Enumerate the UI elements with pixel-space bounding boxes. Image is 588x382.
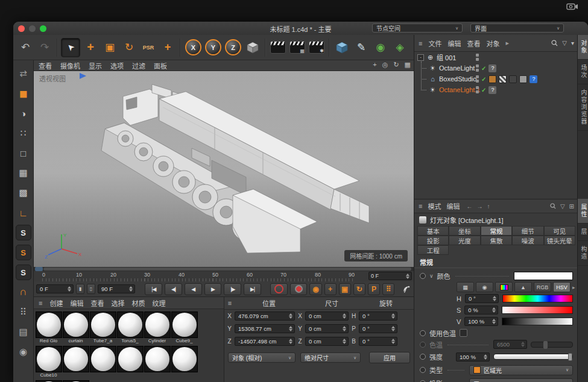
timeline-frame-field[interactable]: 0 F	[368, 272, 412, 280]
tab-content-browser-vertical[interactable]: 内容浏览器	[578, 84, 588, 131]
render-to-picture-viewer-button[interactable]: ▦	[288, 39, 306, 57]
z-axis-lock-button[interactable]: Z	[225, 39, 241, 55]
material-menu-material[interactable]: 材质	[131, 298, 145, 308]
hue-gradient-slider[interactable]	[502, 295, 573, 302]
zoom-view-icon[interactable]: ◎	[382, 61, 388, 69]
stepper-arrows-icon[interactable]	[492, 307, 496, 313]
stepper-arrows-icon[interactable]	[391, 313, 395, 319]
tab-visibility[interactable]: 可见	[544, 226, 575, 236]
record-parameter-toggle[interactable]: P	[368, 283, 380, 295]
intensity-slider[interactable]	[493, 354, 573, 360]
material-menu-view[interactable]: 查看	[90, 298, 104, 308]
spline-pen-button[interactable]: ✎	[352, 39, 370, 57]
visibility-dots[interactable]	[476, 75, 479, 83]
polygons-mode-icon[interactable]: ▦	[16, 165, 31, 181]
material-item[interactable]: Tube7_a	[89, 312, 116, 344]
tab-caustics[interactable]: 焦散	[481, 236, 512, 245]
object-row-octanelight[interactable]: ☀ OctaneLight ✓ ?	[414, 63, 578, 74]
rotation-h-field[interactable]: 0 °	[359, 312, 397, 321]
hue-field[interactable]: 0 °	[465, 294, 499, 303]
material-item[interactable]	[171, 346, 198, 378]
record-keyframe-button[interactable]	[270, 283, 288, 295]
apply-button[interactable]: 应用	[369, 352, 410, 363]
position-x-field[interactable]: 476.079 cm	[235, 312, 295, 321]
enabled-check-icon[interactable]: ✓	[481, 87, 486, 93]
material-item[interactable]: Torus5_	[116, 312, 144, 344]
record-pla-toggle[interactable]: ⠿	[382, 283, 394, 295]
object-row-group[interactable]: - ⊕ 组 001	[414, 52, 578, 63]
tab-lens-flare[interactable]: 镜头光晕	[544, 236, 575, 245]
object-row-boxedstudio[interactable]: ⌂ BoxedStudio ✓ ?	[414, 74, 578, 84]
viewport-menu-view[interactable]: 查看	[39, 61, 52, 70]
om-menu-edit[interactable]: 编辑	[447, 39, 461, 48]
size-z-field[interactable]: 0 cm	[305, 337, 349, 346]
render-settings-button[interactable]: ✱	[308, 39, 326, 57]
material-item[interactable]	[116, 346, 144, 378]
visibility-dots[interactable]	[476, 54, 479, 61]
enable-axis-icon[interactable]: ∟	[16, 205, 31, 221]
timeline-mode-button[interactable]: ▯	[87, 284, 95, 294]
attr-menu-mode[interactable]: 模式	[428, 201, 441, 211]
texture-tag-icon[interactable]	[488, 75, 496, 83]
expand-right-icon[interactable]: ▸	[572, 284, 575, 290]
history-forward-icon[interactable]: →	[476, 203, 482, 210]
generator-button[interactable]: ◈	[391, 39, 409, 57]
intensity-field[interactable]: 100 %	[456, 352, 490, 362]
tab-project[interactable]: 工程	[417, 245, 449, 255]
rotation-b-field[interactable]: 0 °	[359, 337, 397, 346]
stepper-arrows-icon[interactable]	[68, 286, 71, 292]
texture-mode-icon[interactable]: ◑	[16, 105, 31, 121]
pan-view-icon[interactable]: +	[373, 61, 376, 69]
size-x-field[interactable]: 0 cm	[305, 312, 349, 321]
sound-dish-icon[interactable]	[402, 284, 411, 294]
magnet-snap-icon[interactable]: ∩	[16, 284, 31, 300]
material-item[interactable]	[144, 346, 171, 378]
stepper-arrows-icon[interactable]	[343, 313, 346, 319]
material-item[interactable]: Cube9_	[171, 312, 198, 344]
color-swatch[interactable]	[514, 272, 573, 280]
swatches-mode-icon[interactable]: ▦	[457, 282, 474, 292]
stepper-arrows-icon[interactable]	[484, 354, 487, 360]
stepper-arrows-icon[interactable]	[391, 326, 395, 331]
om-menu-file[interactable]: 文件	[428, 39, 441, 48]
enabled-check-icon[interactable]: ✓	[481, 65, 486, 72]
enabled-check-icon[interactable]: ✓	[481, 76, 486, 83]
render-view-button[interactable]	[269, 39, 287, 57]
move-tool[interactable]: +	[81, 39, 100, 57]
octane-tag-icon[interactable]: ?	[488, 86, 496, 94]
model-mode-icon[interactable]: ◼	[16, 86, 31, 101]
value-field[interactable]: 100 %	[464, 317, 498, 326]
live-selection-tool[interactable]: ➤	[61, 38, 80, 57]
points-mode-icon[interactable]: ∷	[16, 125, 31, 141]
search-icon[interactable]	[550, 203, 556, 209]
panel-menu-icon[interactable]: ≡	[419, 40, 422, 47]
workplane-icon[interactable]: ▤	[16, 324, 31, 340]
record-rotation-toggle[interactable]: ↻	[353, 283, 365, 295]
stepper-arrows-icon[interactable]	[343, 339, 346, 344]
stepper-arrows-icon[interactable]	[492, 319, 496, 324]
current-frame-field[interactable]: 0 F	[36, 284, 74, 293]
stepper-arrows-icon[interactable]	[406, 274, 409, 279]
search-icon[interactable]	[551, 40, 558, 46]
material-menu-edit[interactable]: 编辑	[70, 298, 83, 308]
axis-modification-tool[interactable]: +	[159, 39, 177, 57]
rotation-p-field[interactable]: 0 °	[359, 324, 397, 333]
viewport-menu-options[interactable]: 选项	[110, 61, 124, 70]
dropdown-icon[interactable]: ▾	[571, 40, 574, 46]
history-back-icon[interactable]: ←	[466, 203, 472, 210]
spectrum-mode-icon[interactable]	[495, 282, 513, 292]
position-y-field[interactable]: 15308.77 cm	[235, 324, 295, 333]
stepper-arrows-icon[interactable]	[129, 286, 133, 292]
octane-tag-icon[interactable]: ?	[488, 64, 496, 72]
value-gradient-slider[interactable]	[502, 318, 573, 325]
material-item[interactable]: Red Glo	[35, 312, 62, 344]
visibility-dots[interactable]	[476, 86, 479, 93]
current-frame-marker[interactable]	[35, 267, 43, 271]
image-mode-icon[interactable]: ▲	[514, 282, 532, 292]
uv-mode-icon[interactable]: ▩	[16, 185, 31, 201]
tab-attributes-vertical[interactable]: 属性	[578, 199, 588, 224]
tab-noise[interactable]: 噪波	[512, 236, 543, 245]
compositing-tag-icon[interactable]	[509, 75, 517, 83]
layout-dropdown[interactable]: 界面 ∨	[470, 23, 564, 33]
more-menus-icon[interactable]: ▸	[505, 39, 509, 47]
